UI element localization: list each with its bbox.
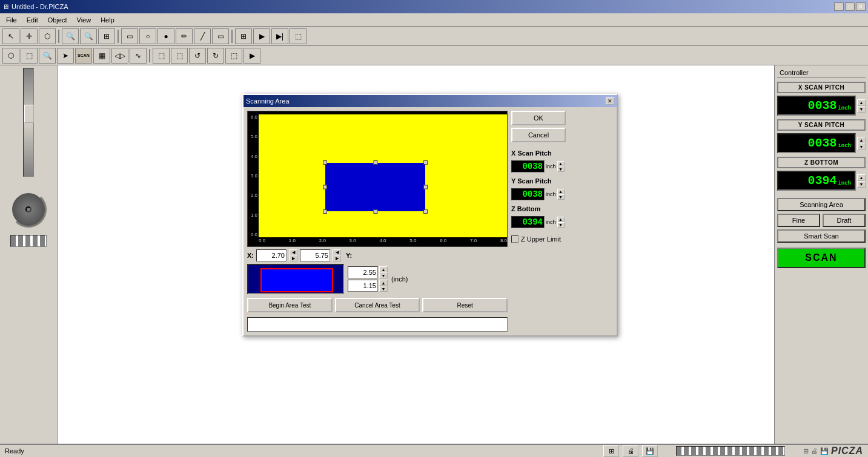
- scan-btn[interactable]: SCAN: [777, 248, 866, 268]
- y-input-1[interactable]: [348, 266, 378, 278]
- z-bot-down[interactable]: ▼: [557, 222, 565, 228]
- z-bottom-input[interactable]: [511, 216, 545, 228]
- y-scan-pitch-input[interactable]: [511, 188, 545, 200]
- ok-btn[interactable]: OK: [511, 111, 566, 125]
- handle-tr[interactable]: [423, 160, 428, 165]
- x-input-2[interactable]: [300, 249, 330, 261]
- x-scan-pitch-up[interactable]: ▲: [857, 99, 866, 106]
- bottom-icon-3[interactable]: 💾: [642, 445, 658, 457]
- x-scan-pitch-down[interactable]: ▼: [857, 106, 866, 113]
- close-btn[interactable]: ✕: [856, 2, 866, 11]
- handle-mr[interactable]: [423, 185, 428, 189]
- tb1-btn-fit[interactable]: ⊞: [98, 28, 115, 44]
- y1-down[interactable]: ▼: [379, 272, 388, 278]
- y-input-2[interactable]: [348, 280, 378, 292]
- cancel-btn[interactable]: Cancel: [511, 128, 566, 142]
- cancel-area-test-btn[interactable]: Cancel Area Test: [335, 298, 420, 312]
- tb2-btn-1[interactable]: ⬡: [2, 48, 19, 64]
- tb2-btn-box3[interactable]: ⬚: [225, 48, 242, 64]
- smart-scan-btn[interactable]: Smart Scan: [777, 229, 866, 243]
- tb1-btn-play1[interactable]: ▶: [253, 28, 270, 44]
- maximize-btn[interactable]: □: [845, 2, 855, 11]
- handle-bl[interactable]: [323, 209, 327, 214]
- bottom-icon-1[interactable]: ⊞: [603, 445, 619, 457]
- tb2-btn-wave[interactable]: ∿: [130, 48, 147, 64]
- scan-preview[interactable]: 6.0 5.0 4.0 3.0 2.0 1.0 0.0: [247, 111, 508, 247]
- tb1-btn-cross[interactable]: ✛: [21, 28, 38, 44]
- z-bot-up[interactable]: ▲: [557, 217, 565, 222]
- tb2-btn-redo[interactable]: ↻: [207, 48, 224, 64]
- begin-area-test-btn[interactable]: Begin Area Test: [247, 298, 333, 312]
- title-bar-left: 🖥 Untitled - Dr.PICZA: [2, 3, 68, 10]
- tb1-btn-shape[interactable]: ▭: [212, 28, 229, 44]
- draft-btn[interactable]: Draft: [823, 214, 866, 227]
- tb1-btn-play2[interactable]: ▶|: [271, 28, 288, 44]
- tb2-btn-zoom[interactable]: 🔍: [39, 48, 56, 64]
- tb1-btn-grid[interactable]: ⊞: [235, 28, 252, 44]
- handle-tc[interactable]: [373, 160, 377, 165]
- wheel-control[interactable]: [10, 191, 47, 228]
- menu-file[interactable]: File: [1, 15, 22, 25]
- menu-help[interactable]: Help: [96, 15, 119, 25]
- handle-tl[interactable]: [323, 160, 327, 165]
- selection-rect[interactable]: [325, 163, 425, 211]
- y-scan-pitch-unit: inch: [838, 143, 851, 150]
- x-sp-up[interactable]: ▲: [557, 161, 565, 166]
- tb2-btn-grid2[interactable]: ▦: [93, 48, 110, 64]
- scanning-area-dialog[interactable]: Scanning Area ✕ 6.0 5.0 4.0 3.0 2.0 1.0: [242, 94, 618, 337]
- x-scan-pitch-value: 0038: [807, 99, 837, 113]
- z-upper-checkbox[interactable]: [511, 235, 518, 243]
- tb1-btn-extra[interactable]: ⬚: [290, 28, 306, 44]
- minimize-btn[interactable]: ─: [834, 2, 844, 11]
- x1-down[interactable]: ▶: [289, 255, 297, 261]
- y-sp-up[interactable]: ▲: [557, 189, 565, 194]
- progress-inner-bottom: [677, 447, 784, 455]
- slider-thumb[interactable]: [24, 105, 34, 123]
- menu-object[interactable]: Object: [43, 15, 72, 25]
- progress-inner: [11, 235, 46, 246]
- tb1-btn-zoom-in[interactable]: 🔍: [62, 28, 79, 44]
- fine-btn[interactable]: Fine: [777, 214, 820, 227]
- x2-down[interactable]: ▶: [333, 255, 341, 261]
- menu-view[interactable]: View: [72, 15, 96, 25]
- x1-up[interactable]: ◀: [289, 249, 297, 255]
- tb2-btn-undo[interactable]: ↺: [189, 48, 206, 64]
- tb1-btn-ball[interactable]: ●: [157, 28, 174, 44]
- z-bottom-down[interactable]: ▼: [857, 181, 866, 188]
- x2-up[interactable]: ◀: [333, 249, 341, 255]
- bottom-icon-2[interactable]: 🖨: [623, 445, 638, 457]
- handle-br[interactable]: [423, 209, 428, 214]
- y-sp-down[interactable]: ▼: [557, 194, 565, 200]
- x-input-1[interactable]: [256, 249, 287, 261]
- y2-down[interactable]: ▼: [379, 286, 388, 292]
- toolbar-1: ↖ ✛ ⬡ 🔍 🔍 ⊞ ▭ ○ ● ✏ ╱ ▭ ⊞ ▶ ▶| ⬚: [0, 27, 868, 46]
- tb2-btn-box2[interactable]: ⬚: [171, 48, 188, 64]
- y-scan-pitch-up[interactable]: ▲: [857, 137, 866, 143]
- scanning-area-btn[interactable]: Scanning Area: [777, 198, 866, 211]
- z-bottom-up[interactable]: ▲: [857, 174, 866, 181]
- tb1-btn-arrow[interactable]: ↖: [2, 28, 19, 44]
- y1-up[interactable]: ▲: [379, 266, 388, 272]
- tb1-btn-hex[interactable]: ⬡: [39, 28, 56, 44]
- tb2-btn-box[interactable]: ⬚: [153, 48, 170, 64]
- left-slider[interactable]: [23, 68, 34, 177]
- tb1-btn-rect[interactable]: ▭: [121, 28, 138, 44]
- y2-up[interactable]: ▲: [379, 280, 388, 286]
- handle-bc[interactable]: [373, 209, 377, 214]
- tb2-btn-play3[interactable]: ▶: [244, 48, 260, 64]
- y-scan-pitch-down[interactable]: ▼: [857, 143, 866, 150]
- tb1-btn-line[interactable]: ╱: [194, 28, 211, 44]
- dialog-close-btn[interactable]: ✕: [606, 97, 614, 105]
- menu-edit[interactable]: Edit: [22, 15, 43, 25]
- tb2-btn-nav[interactable]: ◁▷: [111, 48, 128, 64]
- reset-btn[interactable]: Reset: [422, 298, 508, 312]
- tb1-btn-zoom-out[interactable]: 🔍: [80, 28, 97, 44]
- x-sp-down[interactable]: ▼: [557, 166, 565, 172]
- tb2-btn-select[interactable]: ➤: [57, 48, 74, 64]
- tb2-btn-scan[interactable]: SCAN: [75, 48, 92, 64]
- x-scan-pitch-input[interactable]: [511, 160, 545, 173]
- handle-ml[interactable]: [323, 185, 327, 189]
- tb1-btn-pen[interactable]: ✏: [176, 28, 193, 44]
- tb1-btn-circle[interactable]: ○: [139, 28, 156, 44]
- tb2-btn-2[interactable]: ⬚: [21, 48, 38, 64]
